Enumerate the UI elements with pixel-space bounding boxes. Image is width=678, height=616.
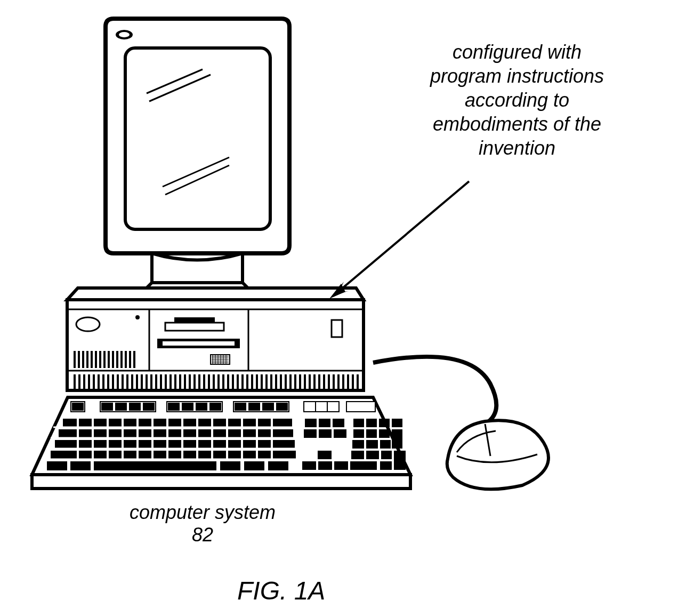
svg-rect-113 [168, 403, 180, 411]
svg-rect-181 [394, 451, 406, 470]
svg-rect-16 [174, 317, 215, 323]
svg-rect-117 [235, 403, 246, 411]
computer-system-label: computer system 82 [123, 501, 282, 546]
svg-rect-163 [318, 451, 332, 459]
label-text: computer system [130, 501, 276, 523]
svg-rect-115 [196, 403, 207, 411]
svg-rect-111 [129, 403, 141, 411]
annotation-line-2: program instructions [430, 65, 604, 87]
svg-rect-120 [276, 403, 288, 411]
svg-rect-136 [220, 461, 240, 470]
svg-rect-116 [209, 403, 221, 411]
annotation-line-1: configured with [453, 41, 582, 63]
svg-rect-114 [182, 403, 193, 411]
svg-rect-158 [319, 419, 330, 427]
figure-caption: FIG. 1A [237, 576, 325, 605]
svg-line-185 [333, 181, 469, 296]
svg-rect-169 [379, 419, 390, 427]
svg-rect-166 [334, 461, 348, 470]
svg-rect-178 [351, 451, 364, 459]
svg-rect-177 [380, 440, 391, 449]
svg-rect-31 [332, 320, 342, 337]
desktop-tower-icon [67, 288, 364, 390]
svg-rect-110 [115, 403, 127, 411]
mouse-cable [373, 357, 496, 427]
svg-rect-132 [51, 451, 296, 459]
svg-rect-137 [244, 461, 264, 470]
label-number: 82 [192, 524, 213, 546]
svg-rect-176 [366, 440, 378, 449]
svg-rect-170 [392, 419, 402, 427]
svg-rect-134 [70, 461, 91, 470]
svg-rect-171 [353, 429, 364, 438]
svg-rect-0 [125, 48, 270, 229]
svg-rect-172 [366, 429, 377, 438]
svg-rect-135 [94, 461, 216, 470]
svg-rect-180 [381, 451, 392, 459]
annotation-configured: configured with program instructions acc… [405, 40, 629, 160]
svg-rect-164 [302, 461, 316, 470]
svg-rect-18 [163, 341, 235, 346]
svg-rect-119 [262, 403, 274, 411]
svg-rect-109 [101, 403, 113, 411]
svg-point-2 [119, 32, 130, 37]
svg-rect-112 [143, 403, 155, 411]
svg-rect-131 [55, 440, 295, 449]
svg-rect-107 [32, 475, 410, 489]
arrow-annotation [329, 181, 469, 299]
svg-rect-174 [392, 429, 402, 449]
mouse-icon [447, 420, 548, 489]
annotation-line-5: invention [479, 137, 555, 159]
svg-rect-179 [366, 451, 379, 459]
monitor-icon [106, 19, 289, 299]
svg-rect-162 [334, 429, 346, 438]
svg-rect-133 [47, 461, 67, 470]
svg-point-14 [135, 315, 140, 319]
svg-rect-157 [305, 419, 317, 427]
svg-rect-15 [165, 323, 224, 331]
svg-rect-182 [350, 461, 377, 470]
svg-rect-183 [380, 461, 392, 470]
annotation-line-4: embodiments of the [433, 113, 601, 135]
svg-rect-168 [366, 419, 377, 427]
svg-rect-175 [352, 440, 364, 449]
svg-rect-167 [353, 419, 364, 427]
svg-rect-108 [72, 403, 84, 411]
svg-rect-173 [379, 429, 390, 438]
svg-point-13 [76, 317, 100, 331]
svg-rect-138 [268, 461, 288, 470]
svg-rect-125 [304, 402, 339, 412]
svg-rect-165 [318, 461, 332, 470]
svg-rect-128 [346, 402, 375, 412]
annotation-line-3: according to [465, 89, 569, 111]
svg-rect-118 [248, 403, 260, 411]
svg-rect-161 [319, 429, 332, 438]
svg-rect-160 [304, 429, 317, 438]
keyboard-icon [32, 397, 410, 489]
svg-rect-159 [333, 419, 344, 427]
